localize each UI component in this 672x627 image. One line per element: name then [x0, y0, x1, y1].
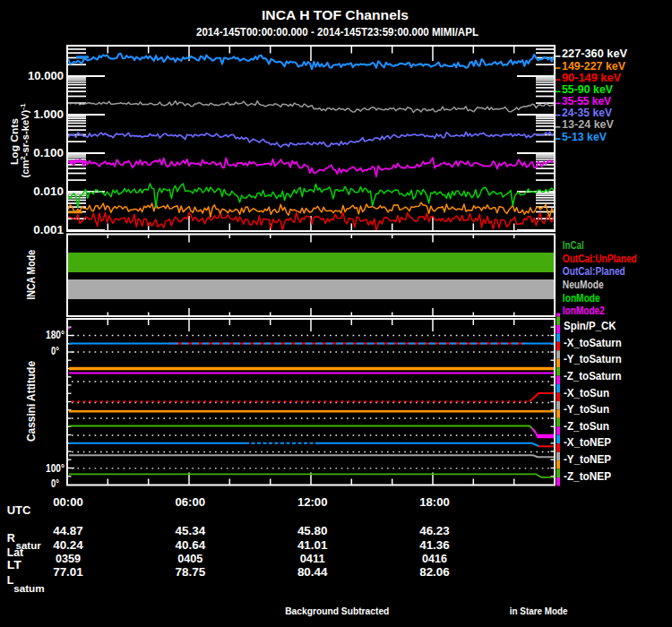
- svg-text:IonMode: IonMode: [563, 291, 600, 305]
- svg-text:in Stare Mode: in Stare Mode: [510, 606, 568, 616]
- svg-text:(cm2-sr-s-keV)-1: (cm2-sr-s-keV)-1: [19, 103, 30, 178]
- svg-text:-X_toSun: -X_toSun: [564, 386, 609, 399]
- svg-text:OutCal:UnPlaned: OutCal:UnPlaned: [563, 252, 637, 265]
- svg-text:82.06: 82.06: [419, 566, 450, 579]
- svg-text:0.010: 0.010: [33, 185, 64, 198]
- svg-text:0.001: 0.001: [33, 224, 64, 236]
- svg-text:0416: 0416: [422, 553, 447, 565]
- svg-text:77.01: 77.01: [53, 566, 83, 579]
- svg-text:R: R: [7, 532, 15, 545]
- svg-text:Lat: Lat: [7, 546, 24, 559]
- svg-text:40.24: 40.24: [53, 539, 83, 552]
- svg-text:18:00: 18:00: [419, 496, 450, 509]
- svg-text:Cassini Attitude: Cassini Attitude: [24, 361, 38, 442]
- svg-text:-X_toNEP: -X_toNEP: [564, 435, 611, 449]
- svg-text:-Y_toSaturn: -Y_toSaturn: [564, 352, 622, 365]
- svg-text:Spin/P_CK: Spin/P_CK: [564, 319, 616, 332]
- svg-text:41.36: 41.36: [419, 539, 450, 552]
- svg-text:41.01: 41.01: [297, 539, 328, 552]
- svg-text:UTC: UTC: [7, 504, 31, 517]
- svg-text:10.000: 10.000: [28, 70, 64, 82]
- svg-text:0359: 0359: [56, 553, 81, 565]
- svg-text:5-13 keV: 5-13 keV: [562, 130, 607, 143]
- svg-text:-Y_toNEP: -Y_toNEP: [564, 452, 611, 466]
- svg-text:INCA Mode: INCA Mode: [25, 250, 38, 300]
- svg-text:INCA H TOF Channels: INCA H TOF Channels: [262, 7, 409, 22]
- svg-text:0°: 0°: [51, 345, 59, 357]
- svg-text:46.23: 46.23: [419, 525, 450, 537]
- svg-text:-Z_toNEP: -Z_toNEP: [564, 469, 611, 483]
- svg-text:LT: LT: [7, 559, 22, 571]
- svg-text:40.64: 40.64: [176, 539, 206, 552]
- svg-text:00:00: 00:00: [53, 496, 83, 509]
- svg-text:180°: 180°: [46, 329, 65, 341]
- svg-text:06:00: 06:00: [176, 496, 206, 509]
- svg-text:0.100: 0.100: [33, 147, 64, 159]
- svg-text:45.80: 45.80: [297, 525, 328, 537]
- svg-text:80.44: 80.44: [297, 566, 328, 579]
- svg-text:OutCal:Planed: OutCal:Planed: [563, 264, 625, 278]
- svg-text:78.75: 78.75: [176, 566, 206, 579]
- svg-text:satum: satum: [13, 583, 44, 594]
- svg-text:12:00: 12:00: [297, 496, 328, 509]
- svg-text:45.34: 45.34: [176, 525, 206, 537]
- svg-text:100°: 100°: [46, 462, 65, 475]
- svg-text:-Y_toSun: -Y_toSun: [564, 402, 609, 416]
- svg-text:IonMode2: IonMode2: [563, 304, 605, 317]
- svg-text:1.000: 1.000: [33, 108, 64, 121]
- svg-text:-X_toSaturn: -X_toSaturn: [564, 336, 622, 349]
- svg-text:0411: 0411: [300, 553, 325, 565]
- svg-text:-Z_toSaturn: -Z_toSaturn: [564, 369, 622, 382]
- svg-text:-Z_toSun: -Z_toSun: [564, 419, 609, 433]
- svg-text:2014-145T00:00:00.000 - 2014-1: 2014-145T00:00:00.000 - 2014-145T23:59:0…: [196, 26, 478, 39]
- svg-text:0405: 0405: [177, 553, 202, 565]
- svg-text:InCal: InCal: [563, 238, 584, 252]
- svg-text:Background Subtracted: Background Subtracted: [285, 606, 389, 616]
- svg-text:0°: 0°: [51, 477, 59, 490]
- svg-text:NeuMode: NeuMode: [563, 278, 604, 291]
- svg-text:44.87: 44.87: [53, 525, 83, 537]
